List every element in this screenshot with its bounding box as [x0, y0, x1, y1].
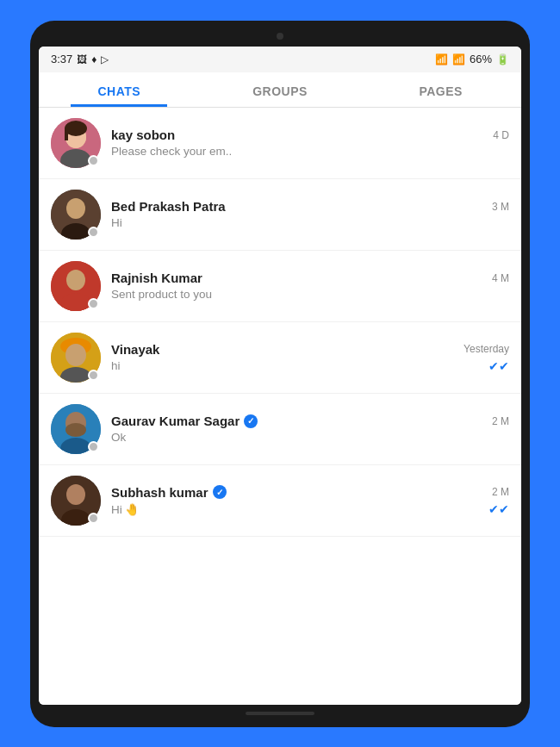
- verified-badge: ✓: [213, 485, 227, 499]
- screen: 3:37 🖼 ♦ ▷ 📶 📶 66% 🔋 CHATS GROUPS PAGES: [39, 47, 521, 705]
- double-check-icon: ✔✔: [488, 502, 509, 516]
- list-item[interactable]: Rajnish Kumar 4 M Sent product to you: [39, 251, 521, 322]
- avatar-wrap: [51, 190, 101, 240]
- chat-name-row: Subhash kumar ✓ 2 M: [111, 485, 509, 500]
- chat-preview: hi: [111, 359, 121, 372]
- chat-name-row: kay sobon 4 D: [111, 128, 509, 142]
- chat-info: Subhash kumar ✓ 2 M Hi 🤚 ✔✔: [111, 485, 509, 516]
- list-item[interactable]: kay sobon 4 D Please check your em..: [39, 108, 521, 179]
- chat-name-row: Rajnish Kumar 4 M: [111, 271, 509, 285]
- list-item[interactable]: Vinayak Yesterday hi ✔✔: [39, 322, 521, 394]
- chat-info: Vinayak Yesterday hi ✔✔: [111, 342, 509, 373]
- chat-list: kay sobon 4 D Please check your em..: [39, 108, 521, 705]
- chat-name: kay sobon: [111, 128, 175, 142]
- battery-icon: 🔋: [496, 53, 509, 65]
- list-item[interactable]: Subhash kumar ✓ 2 M Hi 🤚 ✔✔: [39, 465, 521, 537]
- online-dot: [88, 298, 99, 309]
- avatar-wrap: [51, 404, 101, 454]
- svg-point-15: [65, 344, 86, 366]
- chat-time: 4 D: [493, 129, 509, 141]
- tablet-bottom-bar: [246, 712, 314, 715]
- status-right: 📶 📶 66% 🔋: [435, 53, 509, 65]
- status-left: 3:37 🖼 ♦ ▷: [51, 53, 109, 65]
- tab-chats[interactable]: CHATS: [39, 72, 200, 107]
- status-bar: 3:37 🖼 ♦ ▷ 📶 📶 66% 🔋: [39, 47, 521, 72]
- chat-time: 3 M: [492, 201, 509, 213]
- online-dot: [88, 370, 99, 381]
- bluetooth-icon: ♦: [91, 53, 96, 65]
- tab-bar: CHATS GROUPS PAGES: [39, 72, 521, 108]
- time-display: 3:37: [51, 53, 72, 65]
- chat-info: Gaurav Kumar Sagar ✓ 2 M Ok: [111, 414, 509, 444]
- tablet-camera: [277, 33, 283, 40]
- photo-icon: 🖼: [77, 53, 87, 65]
- chat-time: 2 M: [492, 486, 509, 498]
- chat-name: Subhash kumar ✓: [111, 485, 227, 500]
- chat-name: Gaurav Kumar Sagar ✓: [111, 414, 258, 428]
- chat-preview: Ok: [111, 431, 126, 444]
- online-dot: [88, 441, 99, 452]
- avatar-wrap: [51, 118, 101, 168]
- chat-preview: Sent product to you: [111, 288, 212, 301]
- chat-preview-row: Please check your em..: [111, 145, 509, 158]
- chat-time: 4 M: [492, 272, 509, 284]
- online-dot: [88, 155, 99, 166]
- tablet-frame: 3:37 🖼 ♦ ▷ 📶 📶 66% 🔋 CHATS GROUPS PAGES: [30, 21, 530, 727]
- battery-display: 66%: [470, 53, 492, 65]
- chat-time: 2 M: [492, 415, 509, 427]
- chat-info: Bed Prakash Patra 3 M Hi: [111, 199, 509, 229]
- chat-preview-row: Hi 🤚 ✔✔: [111, 502, 509, 516]
- chat-name: Rajnish Kumar: [111, 271, 202, 285]
- svg-point-10: [66, 270, 85, 290]
- svg-point-20: [65, 423, 86, 437]
- chat-name-row: Bed Prakash Patra 3 M: [111, 199, 509, 214]
- chat-name-row: Vinayak Yesterday: [111, 342, 509, 357]
- tab-pages[interactable]: PAGES: [360, 72, 521, 107]
- signal-icon: 📶: [452, 53, 465, 65]
- chat-info: kay sobon 4 D Please check your em..: [111, 128, 509, 158]
- svg-point-22: [66, 484, 85, 505]
- list-item[interactable]: Gaurav Kumar Sagar ✓ 2 M Ok: [39, 394, 521, 465]
- chat-preview: Hi: [111, 216, 122, 229]
- list-item[interactable]: Bed Prakash Patra 3 M Hi: [39, 179, 521, 251]
- chat-time: Yesterday: [464, 343, 509, 355]
- avatar-wrap: [51, 261, 101, 311]
- svg-point-7: [66, 198, 85, 219]
- chat-info: Rajnish Kumar 4 M Sent product to you: [111, 271, 509, 301]
- online-dot: [88, 513, 99, 524]
- cast-icon: ▷: [101, 53, 109, 65]
- chat-preview-row: Hi: [111, 216, 509, 229]
- chat-preview-row: hi ✔✔: [111, 359, 509, 373]
- verified-badge: ✓: [244, 414, 258, 428]
- wifi-icon: 📶: [435, 53, 448, 65]
- avatar-wrap: [51, 476, 101, 526]
- chat-preview: Please check your em..: [111, 145, 232, 158]
- chat-preview-row: Sent product to you: [111, 288, 509, 301]
- tab-groups[interactable]: GROUPS: [200, 72, 361, 107]
- chat-preview-row: Ok: [111, 431, 509, 444]
- online-dot: [88, 227, 99, 238]
- chat-name: Bed Prakash Patra: [111, 199, 226, 214]
- avatar-wrap: [51, 333, 101, 383]
- svg-rect-5: [65, 128, 68, 140]
- chat-name-row: Gaurav Kumar Sagar ✓ 2 M: [111, 414, 509, 428]
- chat-preview: Hi 🤚: [111, 502, 140, 516]
- double-check-icon: ✔✔: [488, 359, 509, 373]
- svg-point-12: [61, 293, 90, 311]
- chat-name: Vinayak: [111, 342, 159, 357]
